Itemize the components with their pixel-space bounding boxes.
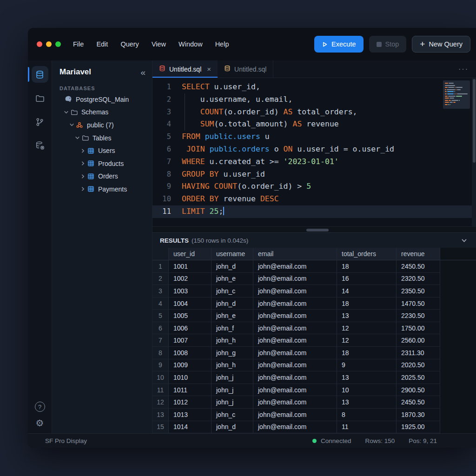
chevron-down-icon[interactable]	[73, 135, 81, 141]
resize-handle[interactable]	[306, 229, 329, 231]
table-row[interactable]: 151014john_djohn@email.com111925.00	[152, 421, 476, 434]
table-row[interactable]: 41004john_djohn@email.com181470.50	[152, 298, 476, 310]
chevron-right-icon[interactable]	[79, 173, 86, 179]
column-header-email[interactable]: email	[253, 248, 337, 260]
execute-button[interactable]: Execute	[314, 36, 363, 53]
column-header-revenue[interactable]: revenue	[397, 248, 440, 260]
editor-line-11[interactable]: 11LIMIT 25;	[152, 205, 476, 218]
table-row[interactable]: 21002john_ejohn@email.com162320.50	[152, 273, 476, 285]
tab-1-active[interactable]: Untitled.sql×	[152, 60, 218, 78]
table-row[interactable]: 31003john_cjohn@email.com142350.50	[152, 285, 476, 298]
table-row[interactable]: 131013john_cjohn@email.com81870.30	[152, 409, 476, 421]
code-text: LIMIT 25;	[171, 205, 224, 218]
editor-scrollbar[interactable]	[472, 78, 476, 226]
chevron-right-icon[interactable]	[79, 186, 86, 192]
scrollbar-thumb[interactable]	[473, 79, 476, 163]
table-row[interactable]: 81008john_gjohn@email.com182311.30	[152, 347, 476, 359]
row-count: Rows: 150	[365, 437, 395, 444]
editor-line-10[interactable]: 10ORDER BY revenue DESC	[152, 193, 476, 205]
tab-label: Untitled.sql	[169, 66, 201, 73]
cell-revenue: 1750.00	[397, 322, 440, 335]
chevron-right-icon[interactable]	[79, 160, 86, 167]
code-text: FROM public.users u	[171, 131, 270, 143]
table-icon	[86, 160, 95, 167]
minimize-window-button[interactable]	[46, 41, 52, 47]
table-row[interactable]: 71007john_hjohn@email.com122560.00	[152, 334, 476, 347]
table-row[interactable]: 11001john_djohn@email.com182450.50	[152, 260, 476, 273]
chevron-down-icon[interactable]	[68, 122, 75, 128]
cell-total_orders: 10	[337, 384, 397, 397]
help-icon[interactable]: ?	[35, 402, 45, 412]
table-row[interactable]: 101010john_jjohn@email.com132025.50	[152, 371, 476, 384]
row-number: 4	[152, 298, 169, 310]
table-row[interactable]: 91009john_hjohn@email.com92020.50	[152, 359, 476, 372]
tab-overflow-icon[interactable]: ···	[451, 65, 476, 73]
editor-line-8[interactable]: 8GROUP BY u.user_id	[152, 168, 476, 181]
collapse-results-icon[interactable]	[461, 237, 468, 244]
editor-line-1[interactable]: 1SELECT u.user_id,	[152, 81, 476, 93]
tree-item-payments[interactable]: Payments	[52, 183, 152, 196]
menu-item-edit[interactable]: Edit	[96, 40, 108, 48]
chevron-down-icon[interactable]	[62, 109, 70, 115]
cell-user_id: 1003	[169, 285, 212, 298]
menu-item-view[interactable]: View	[152, 40, 166, 48]
column-header-username[interactable]: username	[212, 248, 253, 260]
editor-line-3[interactable]: 3 COUNT(o.order_id) AS total_orders,	[152, 106, 476, 119]
sql-editor[interactable]: 1SELECT u.user_id,2 u.username, u.email,…	[152, 78, 476, 226]
play-icon	[322, 41, 328, 47]
tree-item-users[interactable]: Users	[52, 144, 152, 157]
editor-line-4[interactable]: 4 SUM(o.total_amount) AS revenue	[152, 118, 476, 131]
tree-item-schemas[interactable]: Schemas	[52, 106, 152, 119]
connection-status: Connected	[312, 437, 351, 444]
export-nav-button[interactable]	[32, 137, 48, 154]
menu-item-file[interactable]: File	[73, 40, 84, 48]
cell-username: john_j	[212, 396, 253, 409]
code-text: ORDER BY revenue DESC	[171, 193, 279, 205]
editor-line-6[interactable]: 6 JOIN public.orders o ON u.user_id = o.…	[152, 143, 476, 156]
table-row[interactable]: 51005john_ejohn@email.com132230.50	[152, 310, 476, 322]
folder-icon	[81, 134, 89, 142]
table-row[interactable]: 111011john_jjohn@email.com102900.50	[152, 384, 476, 397]
tab-bar: Untitled.sql×Untitled.sql···	[152, 60, 476, 78]
close-tab-icon[interactable]: ×	[207, 65, 211, 73]
tree-item-products[interactable]: Products	[52, 157, 152, 170]
grid-filler	[440, 298, 476, 310]
tree-item-orders[interactable]: Orders	[52, 170, 152, 183]
menu-item-help[interactable]: Help	[215, 40, 229, 48]
close-window-button[interactable]	[37, 41, 42, 47]
menu-item-window[interactable]: Window	[178, 40, 203, 48]
code-text: HAVING COUNT(o.order_id) > 5	[171, 180, 311, 193]
row-number: 15	[152, 421, 169, 434]
tree-item-postgresql-main[interactable]: PostgreSQL_Main	[52, 93, 152, 106]
cell-email: john@email.com	[253, 285, 337, 298]
settings-gear-icon[interactable]: ⚙	[36, 418, 44, 428]
column-header-total_orders[interactable]: total_orders	[337, 248, 397, 260]
editor-line-2[interactable]: 2 u.username, u.email,	[152, 93, 476, 106]
editor-line-5[interactable]: 5FROM public.users u	[152, 131, 476, 143]
cell-total_orders: 18	[337, 260, 397, 273]
tree-item-tables[interactable]: Tables	[52, 132, 152, 145]
files-nav-button[interactable]	[32, 90, 48, 106]
cell-revenue: 2311.30	[397, 347, 440, 359]
menu-item-query[interactable]: Query	[120, 40, 139, 48]
collapse-sidebar-icon[interactable]: «	[140, 68, 145, 77]
minimap[interactable]	[443, 80, 470, 109]
column-header-user_id[interactable]: user_id	[169, 248, 212, 260]
stop-button[interactable]: Stop	[369, 36, 407, 53]
line-number: 11	[152, 205, 171, 218]
tab-2[interactable]: Untitled.sql	[218, 60, 273, 78]
schema-icon	[75, 121, 84, 129]
table-row[interactable]: 61006john_fjohn@email.com121750.00	[152, 322, 476, 335]
editor-line-7[interactable]: 7WHERE u.created_at >= '2023-01-01'	[152, 156, 476, 168]
editor-line-9[interactable]: 9HAVING COUNT(o.order_id) > 5	[152, 180, 476, 193]
indent-guide	[185, 93, 185, 106]
tree-item-public-7[interactable]: public (7)	[52, 119, 152, 132]
new-query-button[interactable]: + New Query	[412, 36, 470, 53]
code-text: SUM(o.total_amount) AS revenue	[171, 118, 339, 131]
version-control-nav-button[interactable]	[32, 113, 48, 130]
maximize-window-button[interactable]	[55, 41, 61, 47]
chevron-right-icon[interactable]	[79, 147, 86, 154]
cell-revenue: 1925.00	[397, 421, 440, 434]
database-nav-button[interactable]	[32, 66, 48, 83]
table-row[interactable]: 121012john_jjohn@email.com132450.50	[152, 396, 476, 409]
